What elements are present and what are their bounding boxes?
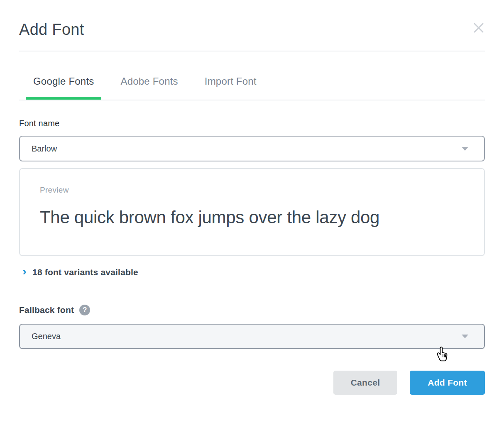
close-icon (472, 22, 485, 34)
tab-adobe-fonts[interactable]: Adobe Fonts (113, 76, 185, 100)
tab-google-fonts[interactable]: Google Fonts (26, 76, 101, 100)
dialog-actions: Cancel Add Font (19, 371, 485, 395)
fallback-font-label-row: Fallback font ? (19, 305, 485, 315)
dialog-header: Add Font (19, 20, 485, 39)
font-variants-expander[interactable]: › 18 font variants available (19, 267, 485, 277)
font-preview-panel: Preview The quick brown fox jumps over t… (19, 168, 485, 256)
font-name-value: Barlow (32, 144, 462, 154)
dialog-title: Add Font (19, 20, 84, 39)
font-variants-label: 18 font variants available (32, 267, 138, 277)
font-name-select[interactable]: Barlow (19, 136, 485, 161)
tab-import-font[interactable]: Import Font (197, 76, 264, 100)
close-button[interactable] (472, 21, 486, 35)
fallback-font-value: Geneva (32, 332, 462, 341)
chevron-right-icon: › (22, 268, 27, 276)
add-font-dialog: Add Font Google Fonts Adobe Fonts Import… (0, 0, 504, 430)
tab-bar: Google Fonts Adobe Fonts Import Font (19, 51, 485, 100)
add-font-button[interactable]: Add Font (410, 371, 485, 395)
help-icon[interactable]: ? (79, 305, 90, 315)
cancel-button[interactable]: Cancel (333, 371, 397, 395)
preview-sample-text: The quick brown fox jumps over the lazy … (40, 208, 464, 227)
preview-label: Preview (40, 186, 464, 195)
fallback-font-label: Fallback font (19, 305, 74, 315)
chevron-down-icon (462, 335, 468, 338)
fallback-font-select[interactable]: Geneva (19, 324, 485, 349)
chevron-down-icon (462, 147, 468, 151)
font-name-label: Font name (19, 119, 485, 128)
